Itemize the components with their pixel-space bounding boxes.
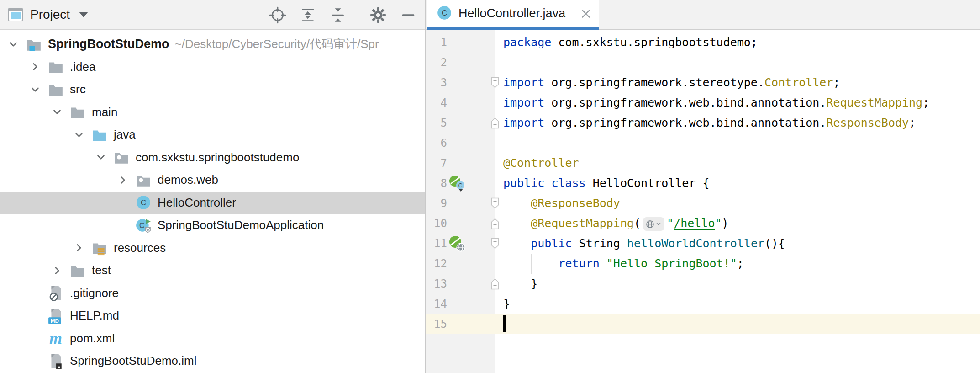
project-panel-title[interactable]: Project: [30, 7, 70, 22]
close-icon[interactable]: [580, 8, 592, 20]
code-text[interactable]: public class HelloController {: [503, 173, 710, 193]
request-mapping-icon[interactable]: [449, 235, 465, 252]
code-text[interactable]: public String helloWorldController(){: [503, 234, 785, 254]
code-line-1: 1package com.sxkstu.springbootstudemo;: [426, 32, 980, 53]
line-number[interactable]: 14: [426, 294, 447, 314]
tree-item-test[interactable]: test: [0, 259, 425, 282]
line-number[interactable]: 12: [426, 254, 447, 274]
project-panel-header: Project: [0, 0, 425, 30]
fold-marker-end[interactable]: [490, 117, 500, 129]
tree-item-springbootstudemo[interactable]: SpringBootStuDemo~/Desktop/CyberSecurity…: [0, 33, 425, 56]
token-a: @RequestMapping: [531, 217, 634, 230]
project-tool-window: Project SpringBootStuDemo~/Desktop/Cyber…: [0, 0, 426, 373]
line-number[interactable]: 7: [426, 153, 447, 173]
tree-item-help-md[interactable]: MDHELP.md: [0, 304, 425, 327]
svg-text:m: m: [49, 330, 62, 346]
tree-item-src[interactable]: src: [0, 78, 425, 101]
token-p: [503, 237, 531, 250]
locate-file-icon[interactable]: [269, 6, 286, 24]
code-text[interactable]: @Controller: [503, 153, 579, 173]
fold-marker-start[interactable]: [490, 197, 500, 210]
line-number[interactable]: 13: [426, 274, 447, 294]
token-p: org.springframework.web.bind.annotation.: [544, 96, 826, 109]
tree-item-springbootstudemoapplication[interactable]: CSpringBootStuDemoApplication: [0, 214, 425, 237]
line-number[interactable]: 11: [426, 234, 447, 254]
line-number[interactable]: 2: [426, 53, 447, 73]
settings-gear-icon[interactable]: [369, 6, 387, 24]
tree-item--gitignore[interactable]: .gitignore: [0, 282, 425, 305]
token-a: Controller: [764, 76, 833, 89]
code-text[interactable]: @ResponseBody: [503, 193, 620, 213]
line-number[interactable]: 8: [426, 173, 447, 193]
chevron-expanded-icon[interactable]: [95, 151, 107, 163]
code-text[interactable]: }: [503, 294, 510, 314]
tree-item--idea[interactable]: .idea: [0, 56, 425, 79]
token-a: ResponseBody: [826, 116, 909, 129]
folder-icon: [47, 59, 64, 75]
token-m: helloWorldController: [627, 237, 764, 250]
collapse-all-icon[interactable]: [329, 6, 347, 24]
code-text[interactable]: package com.sxkstu.springbootstudemo;: [503, 32, 758, 53]
code-text[interactable]: import org.springframework.stereotype.Co…: [503, 73, 840, 93]
chevron-expanded-icon[interactable]: [73, 129, 85, 141]
code-line-3: 3import org.springframework.stereotype.C…: [426, 73, 980, 93]
tree-item-hellocontroller[interactable]: CHelloController: [0, 192, 425, 214]
token-s: ": [667, 217, 674, 230]
code-text[interactable]: @RequestMapping("/hello"): [503, 213, 729, 234]
chevron-collapsed-icon[interactable]: [51, 265, 63, 277]
code-text[interactable]: import org.springframework.web.bind.anno…: [503, 93, 929, 113]
line-number[interactable]: 5: [426, 113, 447, 133]
code-line-11: 11 public String helloWorldController(){: [426, 234, 980, 254]
chevron-collapsed-icon[interactable]: [73, 242, 85, 254]
tree-item-pom-xml[interactable]: mpom.xml: [0, 327, 425, 350]
chevron-collapsed-icon[interactable]: [117, 174, 129, 186]
editor-tab-hellocontroller[interactable]: C HelloController.java: [427, 0, 599, 30]
url-inlay-hint[interactable]: [643, 217, 664, 231]
line-number[interactable]: 10: [426, 213, 447, 234]
fold-marker-end[interactable]: [490, 217, 500, 230]
code-line-6: 6: [426, 133, 980, 153]
tree-item-label: resources: [114, 241, 166, 255]
fold-marker-start[interactable]: [490, 237, 500, 250]
tree-item-label: com.sxkstu.springbootstudemo: [136, 150, 299, 165]
code-line-12: 12 return "Hello SpringBoot!";: [426, 254, 980, 274]
line-number[interactable]: 9: [426, 193, 447, 213]
token-k: package: [503, 36, 551, 49]
tree-item-main[interactable]: main: [0, 101, 425, 124]
chevron-expanded-icon[interactable]: [51, 106, 63, 118]
line-number[interactable]: 6: [426, 133, 447, 153]
token-p: ;: [737, 257, 744, 270]
token-p: String: [572, 237, 627, 250]
tree-item-resources[interactable]: resources: [0, 237, 425, 260]
ignored-file-icon: [47, 285, 64, 301]
expand-all-icon[interactable]: [299, 6, 316, 24]
hide-panel-icon[interactable]: [400, 6, 417, 24]
token-p: HelloController {: [586, 176, 710, 190]
code-text[interactable]: import org.springframework.web.bind.anno…: [503, 113, 916, 133]
markdown-file-icon: MD: [47, 308, 64, 324]
code-text[interactable]: [503, 314, 506, 334]
chevron-spacer: [29, 287, 41, 299]
fold-marker-end[interactable]: [490, 277, 500, 290]
line-number[interactable]: 3: [426, 73, 447, 93]
fold-marker-start[interactable]: [490, 76, 500, 89]
editor-tab-label[interactable]: HelloController.java: [458, 6, 565, 21]
tree-item-demos-web[interactable]: demos.web: [0, 169, 425, 192]
folder-icon: [69, 104, 86, 120]
project-tool-window-icon[interactable]: [8, 8, 23, 21]
line-number[interactable]: 15: [426, 314, 447, 334]
line-number[interactable]: 1: [426, 32, 447, 53]
token-p: org.springframework.stereotype.: [544, 76, 764, 89]
spring-bean-icon[interactable]: C: [449, 175, 465, 192]
tree-item-com-sxkstu-springbootstudemo[interactable]: com.sxkstu.springbootstudemo: [0, 146, 425, 169]
chevron-spacer: [29, 310, 41, 322]
chevron-expanded-icon[interactable]: [7, 38, 19, 50]
chevron-expanded-icon[interactable]: [29, 84, 41, 96]
tree-item-springbootstudemo-iml[interactable]: SpringBootStuDemo.iml: [0, 350, 425, 373]
chevron-collapsed-icon[interactable]: [29, 61, 41, 73]
line-number[interactable]: 4: [426, 93, 447, 113]
chevron-down-icon[interactable]: [79, 12, 88, 17]
code-text[interactable]: return "Hello SpringBoot!";: [503, 254, 744, 274]
tree-item-java[interactable]: java: [0, 123, 425, 146]
code-text[interactable]: }: [503, 274, 537, 294]
